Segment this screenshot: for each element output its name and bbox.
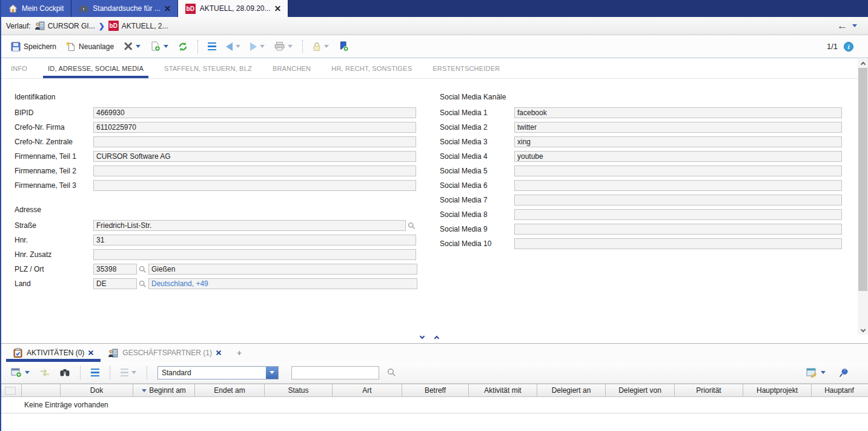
print-dropdown-caret[interactable] (288, 45, 293, 48)
firmenname-2-field[interactable] (93, 165, 416, 176)
new-record-dropdown-caret[interactable] (164, 45, 168, 48)
add-tab-button[interactable]: + (228, 344, 250, 362)
hierarchy-dropdown-caret[interactable] (131, 371, 136, 374)
list-view-button[interactable] (204, 40, 220, 53)
ort-field[interactable] (148, 264, 417, 275)
quick-search-input[interactable] (291, 366, 379, 379)
tab-mein-cockpit[interactable]: Mein Cockpit (1, 0, 71, 17)
combo-dropdown-button[interactable] (266, 367, 278, 379)
grid-header-status[interactable]: Status (265, 384, 333, 396)
form-tab-erstentscheider[interactable]: ERSTENTSCHEIDER (431, 59, 501, 78)
form-tab-branchen[interactable]: BRANCHEN (271, 59, 312, 78)
crefo-firma-field[interactable] (93, 122, 416, 133)
social-media-9-field[interactable] (514, 224, 842, 235)
search-records-button[interactable] (56, 366, 73, 379)
grid-header-select[interactable] (1, 384, 22, 396)
firmenname-1-field[interactable] (93, 151, 416, 162)
form-tab-id-adresse-social-media[interactable]: ID, ADRESSE, SOCIAL MEDIA (47, 59, 145, 78)
grid-header-art[interactable]: Art (333, 384, 402, 396)
strasse-field[interactable] (93, 220, 406, 231)
panel-splitter[interactable] (1, 331, 858, 343)
collapse-up-icon[interactable] (434, 335, 439, 340)
print-button[interactable] (271, 39, 296, 53)
table-settings-dropdown-caret[interactable] (821, 371, 826, 374)
tab-geschaeftspartner[interactable]: GESCHÄFTSPARTNER (1) (101, 344, 228, 362)
navigate-forward-button[interactable] (247, 40, 268, 53)
grid-header-endet-am[interactable]: Endet am (195, 384, 265, 396)
forward-dropdown-caret[interactable] (260, 45, 265, 48)
land-code-field[interactable] (93, 278, 137, 289)
delete-dropdown-caret[interactable] (136, 45, 141, 48)
bookmark-add-button[interactable] (335, 39, 353, 54)
lookup-magnifier-icon[interactable] (139, 266, 147, 273)
vertical-scrollbar[interactable] (858, 59, 868, 335)
social-media-5-field[interactable] (514, 165, 842, 176)
lookup-magnifier-icon[interactable] (139, 280, 147, 288)
grid-header-prioritaet[interactable]: Priorität (675, 384, 743, 396)
hierarchy-view-button[interactable] (117, 366, 140, 379)
bipid-field[interactable] (93, 107, 416, 118)
save-button[interactable]: Speichern (7, 39, 60, 54)
plz-field[interactable] (93, 264, 137, 275)
lock-dropdown-caret[interactable] (324, 45, 329, 48)
navigate-back-button[interactable] (222, 40, 244, 53)
close-icon[interactable] (165, 6, 170, 12)
refresh-button[interactable] (174, 39, 191, 54)
pin-button[interactable] (835, 366, 852, 380)
close-icon[interactable] (88, 350, 93, 355)
info-icon[interactable]: i (844, 42, 853, 52)
list-view-button[interactable] (87, 366, 103, 379)
grid-header-delegiert-an[interactable]: Delegiert an (537, 384, 606, 396)
history-back-icon[interactable]: ← (837, 21, 847, 31)
collapse-down-icon[interactable] (420, 333, 425, 338)
form-tab-staffeln-steuern-blz[interactable]: STAFFELN, STEUERN, BLZ (163, 59, 253, 78)
social-media-6-field[interactable] (514, 180, 842, 191)
new-entry-button[interactable]: Neuanlage (62, 39, 118, 54)
social-media-2-field[interactable] (514, 122, 842, 133)
crefo-zentrale-field[interactable] (93, 136, 416, 147)
grid-header-beginnt-am[interactable]: Beginnt am (133, 384, 195, 396)
social-media-4-field[interactable] (514, 151, 842, 162)
tab-aktuell[interactable]: bD AKTUELL, 28.09.20... (178, 0, 288, 17)
close-icon[interactable] (275, 6, 280, 12)
tab-aktivitaeten[interactable]: AKTIVITÄTEN (0) (6, 344, 101, 362)
view-select[interactable]: Standard (157, 366, 279, 379)
scroll-up-button[interactable] (858, 59, 868, 67)
history-dropdown-caret[interactable] (852, 24, 857, 27)
land-name-field[interactable] (148, 278, 417, 289)
search-magnifier-icon[interactable] (387, 368, 396, 377)
grid-header-hauptanf[interactable]: Hauptanf (812, 384, 867, 396)
grid-header-delegiert-von[interactable]: Delegiert von (606, 384, 675, 396)
scrollbar-thumb[interactable] (858, 68, 867, 291)
tab-standardsuche[interactable]: Standardsuche für ... (71, 0, 177, 17)
close-icon[interactable] (216, 350, 221, 355)
lock-button[interactable] (309, 39, 333, 54)
social-media-8-field[interactable] (514, 209, 842, 220)
form-tab-hr-recht-sonstiges[interactable]: HR, RECHT, SONSTIGES (330, 59, 413, 78)
new-record-button[interactable] (147, 39, 172, 54)
table-settings-button[interactable] (803, 366, 829, 380)
hnr-field[interactable] (93, 235, 416, 246)
delete-button[interactable] (120, 39, 144, 53)
lookup-magnifier-icon[interactable] (408, 222, 416, 230)
grid-header-dok[interactable]: Dok (61, 384, 133, 396)
social-media-10-field[interactable] (514, 238, 842, 249)
back-dropdown-caret[interactable] (236, 45, 240, 48)
breadcrumb-item-cursor[interactable]: CURSOR GI... (35, 21, 95, 30)
grid-header-icon-col[interactable] (22, 384, 61, 396)
grid-header-betreff[interactable]: Betreff (402, 384, 469, 396)
new-activity-dropdown-caret[interactable] (25, 371, 30, 374)
form-tab-info[interactable]: INFO (10, 59, 28, 78)
social-media-7-field[interactable] (514, 195, 842, 205)
social-media-3-field[interactable] (514, 136, 842, 147)
grid-header-hauptprojekt[interactable]: Hauptprojekt (743, 384, 812, 396)
social-media-1-field[interactable] (514, 107, 842, 118)
breadcrumb-item-aktuell[interactable]: bD AKTUELL, 2... (108, 21, 168, 31)
form-panel: Identifikation BIPID Crefo-Nr. Firma Cre… (1, 79, 858, 343)
hnr-zusatz-field[interactable] (93, 249, 416, 260)
scroll-down-button[interactable] (858, 326, 868, 335)
new-activity-button[interactable] (7, 366, 33, 380)
transfer-button[interactable] (36, 366, 53, 379)
firmenname-3-field[interactable] (93, 180, 416, 191)
grid-header-aktivitaet-mit[interactable]: Aktivität mit (469, 384, 537, 396)
